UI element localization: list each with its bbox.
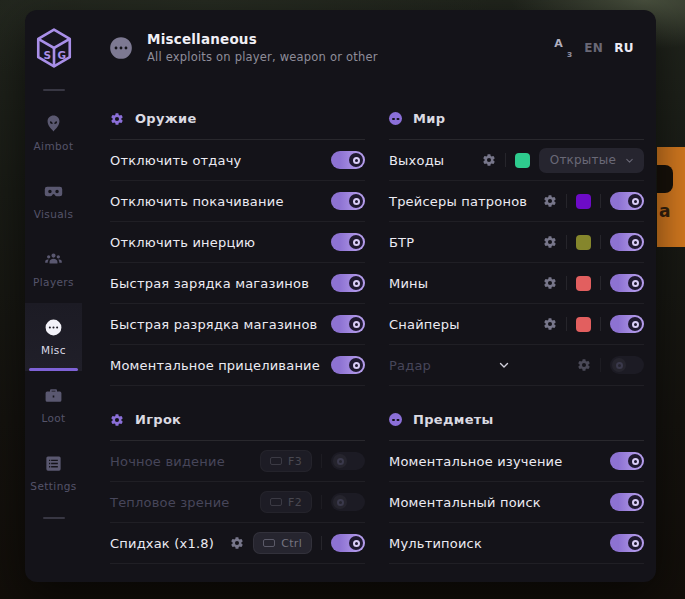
section-items: Предметы Моментальное изучение Моменталь…: [389, 412, 644, 564]
feature-row: Моментальный поиск: [389, 482, 644, 523]
toggle-knob: [628, 194, 642, 208]
toggle-knob: [349, 153, 363, 167]
content: Оружие Отключить отдачу Отключить покачи…: [82, 85, 656, 582]
feature-row: Снайперы: [389, 304, 644, 345]
page-title: Miscellaneous: [147, 31, 378, 47]
keyboard-icon: [263, 539, 275, 547]
toggle[interactable]: [331, 452, 365, 470]
color-swatch[interactable]: [576, 235, 591, 250]
feature-label: Отключить инерцию: [110, 235, 331, 250]
sg-cube-logo-icon: S G: [33, 26, 75, 70]
sidebar-item-visuals[interactable]: Visuals: [25, 167, 82, 235]
sidebar-item-settings[interactable]: Settings: [25, 439, 82, 507]
page-subtitle: All exploits on player, weapon or other: [147, 50, 378, 64]
sidebar-item-players[interactable]: Players: [25, 235, 82, 303]
sidebar-item-label: Players: [33, 276, 74, 288]
gear-icon[interactable]: [577, 358, 591, 372]
divider: [600, 317, 601, 331]
toggle[interactable]: [331, 493, 365, 511]
feature-row: Трейсеры патронов: [389, 181, 644, 222]
page-header: Miscellaneous All exploits on player, we…: [147, 31, 378, 64]
dots-icon: [389, 413, 402, 426]
color-swatch[interactable]: [576, 194, 591, 209]
gear-icon[interactable]: [230, 536, 244, 550]
dropdown-value: Открытые: [550, 153, 616, 167]
svg-text:G: G: [57, 48, 66, 60]
feature-row: Отключить отдачу: [110, 140, 365, 181]
divider: [321, 495, 322, 509]
toggle[interactable]: [331, 315, 365, 333]
sidebar-item-misc[interactable]: Misc: [25, 303, 82, 371]
toggle[interactable]: [331, 151, 365, 169]
svg-text:S: S: [43, 48, 51, 60]
feature-label: Отключить отдачу: [110, 153, 331, 168]
ellipsis-icon: [44, 318, 63, 337]
toggle-knob: [628, 536, 642, 550]
toggle[interactable]: [610, 274, 644, 292]
list-icon: [44, 454, 63, 473]
lang-ru-button[interactable]: RU: [614, 41, 634, 55]
keybind-badge[interactable]: F2: [260, 491, 312, 513]
toggle[interactable]: [331, 356, 365, 374]
left-column: Оружие Отключить отдачу Отключить покачи…: [110, 85, 365, 564]
divider: [566, 317, 567, 331]
sidebar-item-aimbot[interactable]: Aimbot: [25, 99, 82, 167]
sidebar: Aimbot Visuals Players Misc Loot Setting…: [25, 85, 82, 582]
feature-row: Моментальное изучение: [389, 441, 644, 482]
keybind-badge[interactable]: Ctrl: [253, 532, 312, 554]
toggle[interactable]: [610, 493, 644, 511]
toggle-knob: [628, 317, 642, 331]
feature-label: Спидхак (x1.8): [110, 536, 230, 551]
toggle[interactable]: [331, 192, 365, 210]
feature-row: Тепловое зрение F2: [110, 482, 365, 523]
gear-icon: [110, 112, 124, 126]
cheat-menu-panel: S G Miscellaneous All exploits on player…: [25, 10, 656, 582]
feature-label: Быстрая зарядка магазинов: [110, 276, 331, 291]
toggle[interactable]: [331, 274, 365, 292]
section-title: Оружие: [135, 111, 197, 126]
background-banner: a: [657, 147, 685, 247]
divider: [600, 276, 601, 290]
toggle-knob: [349, 358, 363, 372]
feature-row: Выходы Открытые: [389, 140, 644, 181]
color-swatch[interactable]: [515, 153, 530, 168]
gear-icon[interactable]: [543, 276, 557, 290]
keybind-badge[interactable]: F3: [260, 450, 312, 472]
divider: [566, 276, 567, 290]
toggle-knob: [349, 235, 363, 249]
toggle[interactable]: [610, 534, 644, 552]
feature-row: Спидхак (x1.8) Ctrl: [110, 523, 365, 564]
feature-row: Радар: [389, 345, 644, 386]
toggle[interactable]: [331, 233, 365, 251]
sidebar-item-loot[interactable]: Loot: [25, 371, 82, 439]
toggle[interactable]: [610, 356, 644, 374]
sidebar-item-label: Misc: [41, 344, 66, 356]
chevron-down-icon: [624, 155, 635, 166]
toggle-knob: [612, 358, 626, 372]
gear-icon[interactable]: [543, 235, 557, 249]
color-swatch[interactable]: [576, 317, 591, 332]
toggle[interactable]: [610, 315, 644, 333]
feature-row: Моментальное прицеливание: [110, 345, 365, 386]
gear-icon[interactable]: [482, 153, 496, 167]
feature-row: Мультипоиск: [389, 523, 644, 564]
sidebar-item-label: Visuals: [34, 208, 74, 220]
toggle[interactable]: [331, 534, 365, 552]
briefcase-icon: [44, 386, 63, 405]
gear-icon[interactable]: [543, 317, 557, 331]
toggle-knob: [628, 495, 642, 509]
lang-en-button[interactable]: EN: [584, 41, 603, 55]
dropdown[interactable]: Открытые: [539, 148, 644, 173]
toggle[interactable]: [610, 233, 644, 251]
sidebar-item-label: Loot: [41, 412, 65, 424]
section-header: Мир: [389, 111, 644, 140]
color-swatch[interactable]: [576, 276, 591, 291]
section-weapon: Оружие Отключить отдачу Отключить покачи…: [110, 111, 365, 386]
gear-icon[interactable]: [543, 194, 557, 208]
toggle-knob: [349, 194, 363, 208]
toggle[interactable]: [610, 452, 644, 470]
chevron-down-icon[interactable]: [497, 358, 511, 372]
divider: [566, 235, 567, 249]
toggle[interactable]: [610, 192, 644, 210]
divider: [321, 536, 322, 550]
